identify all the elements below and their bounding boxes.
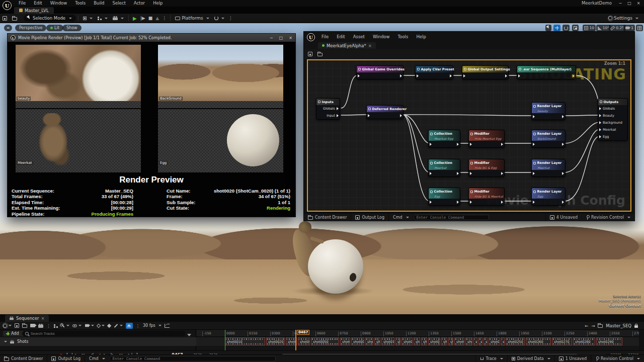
shot-clip-shot0140[interactable]: shot0140 — [421, 337, 427, 345]
shot-clip-shot0260[interactable]: shot0260 — [526, 337, 551, 345]
shot-clip-shot0210[interactable]: shot0210 — [478, 337, 482, 345]
browse-content-button[interactable] — [10, 14, 20, 23]
grid-snap-toggle[interactable]: 10 — [583, 25, 596, 31]
egg-sphere-actor[interactable] — [308, 239, 363, 294]
output-pin[interactable] — [505, 74, 507, 77]
input-pin[interactable] — [358, 74, 360, 77]
output-pin-input[interactable] — [337, 114, 339, 117]
current-context-dropdown[interactable]: Current Context — [609, 304, 641, 308]
graph-node-collection-egg[interactable]: CollectionEgg — [428, 188, 460, 206]
settings-dropdown[interactable]: Settings — [606, 14, 641, 23]
graph-menu-window[interactable]: Window — [369, 34, 393, 39]
selection-mode-dropdown[interactable]: Selection Mode — [24, 15, 76, 22]
graph-node-render-layer-background[interactable]: Render LayerBackGround — [531, 130, 566, 148]
perspective-dropdown[interactable]: Perspective — [15, 25, 46, 31]
blueprints-button[interactable] — [95, 14, 110, 23]
edit-options-dropdown[interactable] — [114, 325, 123, 326]
play-options-icon[interactable]: ⋮ — [160, 16, 168, 21]
graph-node-global-game-overrides[interactable]: Global Game Overrides — [356, 65, 404, 79]
shot-clip-shot0240[interactable]: shot0240 — [501, 337, 505, 345]
input-pin[interactable] — [533, 143, 535, 146]
graph-canvas[interactable]: Zoom 1:1 SIMULATING Movie Graph Config — [307, 59, 631, 212]
toolbar-options-icon[interactable]: ⋮ — [227, 16, 234, 21]
play-button[interactable]: ▶ — [131, 16, 139, 21]
shot-clip-shot0280[interactable]: shot0280 — [573, 337, 595, 345]
close-icon[interactable]: × — [289, 36, 292, 40]
shot-clip-shot0070[interactable]: shot0070 — [351, 337, 364, 345]
shot-clip-shot0180[interactable]: shot0180 — [454, 337, 464, 345]
output-pin[interactable] — [400, 114, 402, 117]
lit-dropdown[interactable]: Lit — [46, 25, 63, 31]
output-pin[interactable] — [501, 201, 503, 204]
shot-clip-shot0050[interactable]: shot0050 — [311, 337, 339, 345]
playhead[interactable] — [295, 330, 296, 350]
save-sequence-button[interactable] — [15, 323, 19, 328]
shot-clip-shot0060[interactable]: shot0060 — [340, 337, 350, 345]
recompile-button[interactable] — [212, 14, 227, 23]
content-drawer-button[interactable]: Content Drawer — [304, 213, 351, 221]
graph-node-modifier-hide-bg-egg[interactable]: ModifierHide BG & Egg — [468, 159, 505, 177]
actions-dropdown[interactable] — [61, 325, 69, 326]
shot-clip-shot0170[interactable]: shot0170 — [448, 337, 453, 345]
graph-menu-edit[interactable]: Edit — [333, 34, 348, 39]
graph-node-collection-meerkat[interactable]: CollectionMeerkat — [428, 159, 460, 177]
graph-node-exr-sequence[interactable]: .exr Sequence (Multilayer) — [517, 65, 576, 79]
snap-options-icon[interactable]: ⋮ — [136, 323, 140, 328]
output-pin[interactable] — [501, 172, 503, 175]
graph-node-render-layer-beauty[interactable]: Render Layerbeauty — [531, 102, 566, 120]
maximize-icon[interactable]: □ — [279, 36, 283, 40]
input-pin[interactable] — [430, 143, 432, 146]
output-pin[interactable] — [562, 201, 564, 204]
maximize-viewport-button[interactable] — [636, 25, 643, 31]
forward-icon[interactable]: → — [591, 323, 595, 328]
cmd-dropdown[interactable]: Cmd — [389, 213, 413, 221]
shot-clip-shot0130[interactable]: shot0130 — [414, 337, 420, 345]
tab-sequencer[interactable]: Sequencer × — [5, 315, 49, 322]
graph-node-deferred-renderer[interactable]: Deferred Renderer — [366, 105, 404, 119]
revision-control-dropdown[interactable]: Revision Control — [591, 355, 644, 362]
graph-node-modifier-hide-meerkat-egg[interactable]: ModifierHide Meerkat Egg — [468, 130, 505, 148]
input-pin-beauty[interactable] — [599, 114, 601, 117]
graph-node-render-layer-meerkat[interactable]: Render LayerMeerkat — [531, 159, 566, 177]
sequencer-options-icon[interactable] — [3, 324, 12, 328]
graph-node-render-layer-egg[interactable]: Render LayerEgg — [531, 188, 566, 206]
content-drawer-button[interactable]: Content Drawer — [0, 355, 47, 362]
platforms-dropdown[interactable]: Platforms — [173, 14, 212, 23]
sequence-name-label[interactable]: Master_SEQ — [606, 323, 631, 328]
output-pin[interactable] — [573, 74, 575, 77]
output-pin[interactable] — [450, 74, 452, 77]
cinematics-button[interactable] — [110, 14, 126, 23]
graph-node-outputs[interactable]: OutputsGlobalsBeautyBackgroundMeerkatEgg — [598, 98, 628, 141]
viewport-options-menu[interactable]: ≡ — [4, 25, 12, 31]
input-pin[interactable] — [470, 172, 472, 175]
graph-node-modifier-hide-bg-meerkat[interactable]: ModifierHide BG & Meerkat — [468, 188, 505, 206]
sequencer-timeline[interactable]: -150000001500300045006000750090010501200… — [196, 330, 639, 350]
snap-toggle-button[interactable]: ∩ — [126, 323, 133, 329]
playback-options-dropdown[interactable] — [85, 324, 94, 327]
revision-control-dropdown[interactable]: Revision Control — [582, 213, 634, 221]
move-tool-button[interactable] — [553, 25, 560, 31]
eject-button[interactable]: ▲ — [154, 16, 160, 21]
add-actor-button[interactable] — [80, 14, 95, 23]
shot-clip-shot0270[interactable]: shot0270 — [552, 337, 572, 345]
output-pin[interactable] — [562, 143, 564, 146]
expand-caret-icon[interactable] — [4, 341, 7, 342]
rotate-tool-button[interactable] — [562, 25, 570, 31]
main-menu-select[interactable]: Select — [109, 0, 129, 7]
tab-master-lvl[interactable]: Master_LVL — [14, 7, 54, 14]
filter-button[interactable] — [187, 332, 191, 337]
lock-icon[interactable] — [634, 325, 638, 328]
input-pin[interactable] — [417, 74, 419, 77]
shot-clip-shot0250[interactable]: shot0250 — [506, 337, 525, 345]
console-command-input[interactable] — [110, 356, 276, 361]
input-pin[interactable] — [533, 201, 535, 204]
unsaved-button[interactable]: 4 Unsaved — [545, 213, 582, 221]
input-pin[interactable] — [533, 172, 535, 175]
main-menu-tools[interactable]: Tools — [71, 0, 89, 7]
input-pin[interactable] — [533, 115, 535, 118]
browse-asset-button[interactable] — [317, 52, 323, 57]
stop-button[interactable]: ■ — [147, 16, 154, 21]
create-camera-button[interactable] — [30, 324, 35, 327]
shot-clip-shot0220[interactable]: shot0220 — [484, 337, 488, 345]
graph-node-global-output-settings[interactable]: Global Output Settings — [462, 65, 509, 79]
